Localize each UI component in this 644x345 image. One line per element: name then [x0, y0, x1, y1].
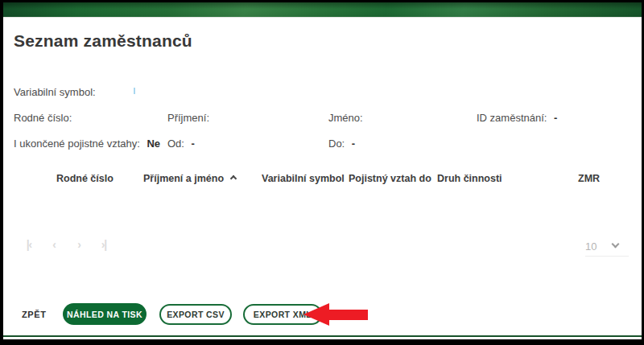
filter-id-zamestnani-label: ID zaměstnání:: [477, 112, 547, 124]
green-header-bar: [3, 2, 642, 17]
column-header-label: Pojistný vztah do: [349, 173, 431, 184]
arrow-shaft: [328, 310, 368, 320]
column-header-zmr[interactable]: ZMR: [578, 173, 600, 184]
next-page-icon[interactable]: ›: [72, 238, 85, 251]
column-header-label: Variabilní symbol: [262, 173, 345, 184]
page-size-dropdown[interactable]: 10: [585, 239, 630, 253]
filter-do-value[interactable]: -: [352, 138, 355, 150]
filter-variabilni-symbol: Variabilní symbol:: [14, 86, 100, 98]
first-page-icon[interactable]: |‹: [23, 238, 35, 251]
filter-od-label: Od:: [167, 138, 184, 150]
last-page-icon[interactable]: ›|: [97, 238, 110, 251]
text-caret[interactable]: [134, 88, 135, 94]
chevron-down-icon: [612, 240, 620, 248]
filter-id-zamestnani-value[interactable]: -: [554, 112, 557, 124]
filter-prijmeni: Příjmení:: [167, 112, 213, 124]
filter-ukoncene-vztahy: I ukončené pojistné vztahy: Ne: [14, 138, 160, 150]
column-header-rodne-cislo[interactable]: Rodné číslo: [56, 173, 114, 184]
filter-od-value[interactable]: -: [192, 138, 195, 150]
previous-page-icon[interactable]: ‹: [47, 238, 60, 251]
export-csv-button[interactable]: EXPORT CSV: [159, 304, 232, 325]
filter-do-label: Do:: [328, 138, 345, 150]
page-size-value: 10: [585, 240, 597, 253]
page-size-underline: [585, 256, 629, 257]
footer-green-line: [3, 335, 642, 337]
screenshot-frame: Seznam zaměstnanců Variabilní symbol: Ro…: [0, 0, 644, 345]
filter-rodne-cislo-label: Rodné číslo:: [14, 112, 72, 124]
filter-ukoncene-vztahy-value[interactable]: Ne: [147, 138, 160, 150]
filter-prijmeni-label: Příjmení:: [167, 112, 209, 124]
employee-list-page: Seznam zaměstnanců Variabilní symbol: Ro…: [3, 2, 642, 339]
filter-variabilni-symbol-label: Variabilní symbol:: [14, 86, 96, 98]
filter-id-zamestnani: ID zaměstnání: -: [477, 112, 557, 124]
filter-do: Do: -: [328, 138, 355, 150]
arrow-head: [303, 303, 329, 326]
page-title: Seznam zaměstnanců: [14, 31, 192, 51]
filter-ukoncene-vztahy-label: I ukončené pojistné vztahy:: [14, 138, 140, 150]
print-preview-button[interactable]: NÁHLED NA TISK: [63, 303, 147, 325]
column-header-druh-cinnosti[interactable]: Druh činnosti: [437, 173, 502, 184]
filter-jmeno-label: Jméno:: [328, 112, 363, 124]
filter-od: Od: -: [167, 138, 195, 150]
column-header-prijmeni-a-jmeno[interactable]: Příjmení a jméno: [143, 173, 236, 184]
column-header-label: Rodné číslo: [56, 173, 114, 184]
column-header-label: ZMR: [578, 173, 600, 184]
column-header-label: Druh činnosti: [437, 173, 502, 184]
pagination: |‹ ‹ › ›|: [23, 238, 110, 251]
filter-jmeno: Jméno:: [328, 112, 367, 124]
sort-ascending-icon: [230, 175, 237, 182]
header-divider: [3, 17, 642, 18]
back-button[interactable]: ZPĚT: [22, 310, 47, 319]
column-header-pojistny-vztah-do[interactable]: Pojistný vztah do: [349, 173, 431, 184]
column-header-variabilni-symbol[interactable]: Variabilní symbol: [262, 173, 345, 184]
column-header-label: Příjmení a jméno: [143, 173, 224, 184]
filter-rodne-cislo: Rodné číslo:: [14, 112, 76, 124]
annotation-arrow-left-icon: [303, 303, 368, 326]
